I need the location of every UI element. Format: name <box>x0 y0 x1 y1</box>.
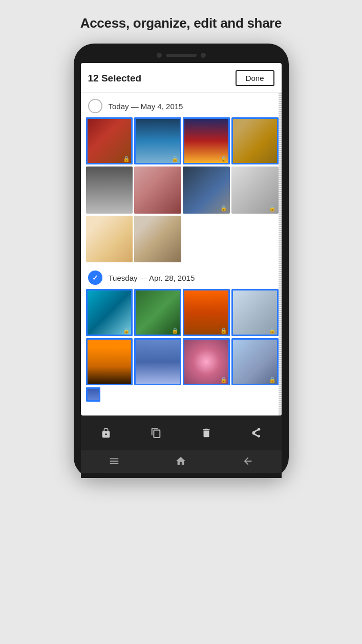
apr-section-label: Tuesday — Apr. 28, 2015 <box>109 274 195 282</box>
photo-item[interactable]: 🔒 <box>183 167 230 214</box>
photo-item[interactable]: 🔒 <box>231 338 279 385</box>
today-row-2: 🔒 🔒 <box>86 167 279 214</box>
camera-dot <box>157 53 162 58</box>
photo-item[interactable] <box>86 387 100 402</box>
photo-item[interactable]: 🔒 <box>86 289 133 336</box>
lock-icon: 🔒 <box>269 377 276 383</box>
apr-row-3 <box>86 387 279 402</box>
photo-item[interactable] <box>134 216 181 263</box>
app-header: 12 Selected Done <box>81 63 282 93</box>
section-apr-header[interactable]: Tuesday — Apr. 28, 2015 <box>86 264 279 289</box>
photo-item[interactable]: 🔒 <box>183 289 230 336</box>
photo-item[interactable]: 🔒 <box>183 338 230 385</box>
lock-icon: 🔒 <box>220 377 227 383</box>
phone-bottom <box>81 416 282 478</box>
lock-icon: 🔒 <box>123 327 130 334</box>
selected-count-label: 12 Selected <box>88 73 142 84</box>
action-toolbar <box>81 416 282 450</box>
photo-item[interactable] <box>134 167 181 214</box>
sensor-dot <box>201 53 206 58</box>
phone-screen: 12 Selected Done Today — May 4, 2015 🔒 <box>81 63 282 416</box>
photo-item[interactable]: 🔒 <box>134 289 181 336</box>
copy-action-button[interactable] <box>145 422 167 444</box>
lock-icon: 🔒 <box>220 327 227 334</box>
menu-nav-button[interactable] <box>109 455 120 467</box>
scroll-track <box>279 93 282 416</box>
phone-device: 12 Selected Done Today — May 4, 2015 🔒 <box>74 44 289 478</box>
phone-top-bar <box>81 53 282 58</box>
apr-row-1: 🔒 🔒 🔒 🔒 <box>86 289 279 336</box>
lock-icon: 🔒 <box>123 156 130 162</box>
scroll-thumb <box>279 93 282 416</box>
lock-icon: 🔒 <box>172 327 179 334</box>
lock-icon: 🔒 <box>172 156 179 162</box>
lock-icon: 🔒 <box>220 156 227 162</box>
photo-item[interactable] <box>134 338 181 385</box>
nav-bar <box>81 450 282 473</box>
photo-item[interactable]: 🔒 <box>231 289 279 336</box>
speaker-grille <box>166 54 197 57</box>
photo-item[interactable] <box>86 216 133 263</box>
apr-row-2: 🔒 🔒 <box>86 338 279 385</box>
apr-select-circle[interactable] <box>88 271 102 285</box>
photo-item[interactable]: 🔒 <box>183 117 230 164</box>
home-nav-button[interactable] <box>175 455 186 467</box>
page-title: Access, organize, edit and share <box>80 15 282 31</box>
today-row-1: 🔒 🔒 🔒 <box>86 117 279 164</box>
today-select-circle[interactable] <box>88 99 102 113</box>
lock-icon: 🔒 <box>269 205 276 212</box>
photo-item[interactable]: 🔒 <box>86 117 133 164</box>
section-today-header[interactable]: Today — May 4, 2015 <box>86 93 279 117</box>
lock-icon: 🔒 <box>269 327 276 334</box>
photo-item[interactable] <box>231 117 279 164</box>
photo-item[interactable] <box>86 338 133 385</box>
photo-item[interactable]: 🔒 <box>134 117 181 164</box>
delete-action-button[interactable] <box>195 422 218 444</box>
back-nav-button[interactable] <box>242 455 253 467</box>
lock-icon: 🔒 <box>220 205 227 212</box>
photo-item[interactable]: 🔒 <box>231 167 279 214</box>
lock-action-button[interactable] <box>95 422 117 444</box>
photo-content: Today — May 4, 2015 🔒 🔒 🔒 <box>81 93 282 402</box>
done-button[interactable]: Done <box>236 70 274 86</box>
photo-item[interactable] <box>86 167 133 214</box>
today-section-label: Today — May 4, 2015 <box>109 102 183 111</box>
today-row-3 <box>86 216 279 263</box>
share-action-button[interactable] <box>245 422 268 444</box>
photo-scroll-area[interactable]: Today — May 4, 2015 🔒 🔒 🔒 <box>81 93 282 416</box>
